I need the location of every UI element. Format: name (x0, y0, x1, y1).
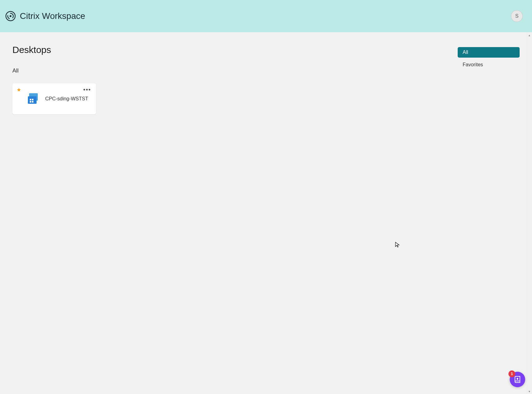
filter-tab-all[interactable]: All (458, 47, 520, 58)
header-bar: Citrix Workspace S (0, 0, 532, 32)
desktop-monitor-icon (27, 92, 40, 106)
filter-tab-favorites[interactable]: Favorites (458, 59, 520, 70)
svg-rect-6 (32, 99, 33, 100)
cursor-icon (395, 242, 400, 249)
badge-count: 1 (511, 372, 513, 376)
svg-rect-8 (32, 101, 33, 103)
filter-tabs: All Favorites (458, 47, 520, 70)
user-avatar[interactable]: S (511, 10, 523, 22)
scrollbar-up-icon[interactable]: ▴ (526, 32, 532, 38)
scrollbar-down-icon[interactable]: ▾ (526, 388, 532, 394)
svg-point-2 (10, 15, 11, 17)
svg-rect-7 (30, 101, 31, 103)
avatar-initial: S (515, 13, 519, 19)
favorite-star-icon[interactable] (17, 88, 21, 93)
notification-badge: 1 (508, 370, 515, 377)
svg-rect-5 (30, 99, 31, 100)
section-label: All (12, 68, 520, 74)
brand-name: Citrix Workspace (20, 11, 85, 21)
content-area: Desktops All ••• CPC-sding-WSTST (12, 45, 520, 114)
svg-point-9 (517, 378, 518, 379)
desktop-card[interactable]: ••• CPC-sding-WSTST (12, 83, 96, 114)
brand-logo[interactable]: Citrix Workspace (4, 10, 85, 22)
scrollbar[interactable]: ▴ ▾ (526, 32, 532, 394)
page-title: Desktops (12, 45, 520, 55)
main-content: Desktops All ••• CPC-sding-WSTST (0, 32, 532, 114)
desktop-name: CPC-sding-WSTST (45, 96, 88, 102)
card-menu-icon[interactable]: ••• (83, 88, 91, 91)
help-widget-button[interactable]: 1 (510, 372, 525, 387)
citrix-logo-icon (4, 10, 17, 22)
book-icon (514, 376, 521, 383)
